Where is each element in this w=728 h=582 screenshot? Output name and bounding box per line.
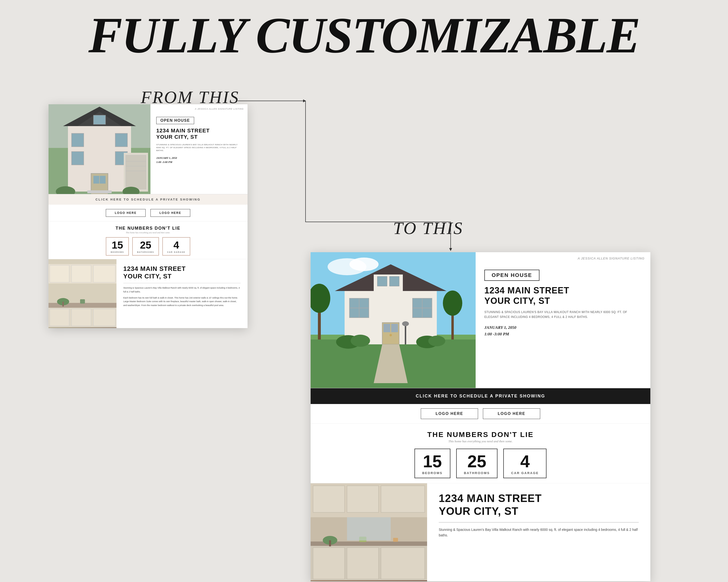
interior-image-right [311, 483, 427, 581]
svg-point-37 [349, 257, 379, 271]
flyer-left-text: A JESSICA ALLEN SIGNATURE LISTING OPEN H… [151, 104, 248, 194]
svg-rect-25 [72, 265, 91, 282]
flyer-right-bottom: 1234 MAIN STREET YOUR CITY, ST Stunning … [311, 483, 650, 581]
svg-point-58 [350, 335, 370, 347]
flyer-top-row: A JESSICA ALLEN SIGNATURE LISTING OPEN H… [49, 104, 248, 194]
stat-right-bedrooms: 15 BEDROMS [414, 449, 450, 478]
svg-rect-11 [94, 176, 99, 184]
svg-rect-30 [72, 309, 91, 326]
svg-rect-53 [383, 324, 390, 332]
svg-point-55 [389, 334, 392, 336]
svg-rect-81 [393, 538, 398, 542]
svg-point-64 [443, 290, 462, 316]
kitchen-image [49, 259, 116, 328]
svg-rect-29 [50, 309, 69, 326]
stat-garage-label: CAR GARAGE [167, 251, 185, 253]
property-description-right: STUNNING & SPACIOUS LAUREN'S BAY VILLA W… [484, 310, 642, 319]
svg-rect-33 [62, 302, 64, 306]
stat-garage-number: 4 [167, 240, 185, 250]
stat-right-garage-number: 4 [511, 453, 539, 470]
svg-rect-13 [87, 190, 112, 193]
numbers-sub-right: This home has everything you need and th… [320, 439, 641, 443]
numbers-sub: This home has everything you need and th… [53, 231, 243, 234]
stats-row-right: 15 BEDROMS 25 BATHROOMS 4 CAR GARAGE [320, 449, 641, 478]
svg-rect-76 [347, 548, 379, 579]
svg-rect-72 [381, 486, 425, 512]
stat-bathrooms: 25 BATHROOMS [132, 237, 159, 256]
logo-row: LOGO HERE LOGO HERE [49, 205, 248, 221]
svg-rect-65 [405, 325, 406, 344]
svg-rect-70 [313, 486, 345, 512]
logo-box-right-2[interactable]: LOGO HERE [483, 408, 540, 419]
svg-point-60 [428, 336, 445, 346]
property-description: STUNNING & SPACIOUS LAUREN'S BAY VILLA W… [156, 143, 242, 152]
logo-box-1[interactable]: LOGO HERE [106, 209, 146, 217]
stat-bedrooms-number: 15 [111, 240, 124, 250]
stat-right-bathrooms-number: 25 [464, 453, 490, 470]
stat-right-bathrooms: 25 BATHROOMS [456, 449, 498, 478]
svg-rect-77 [381, 548, 425, 579]
property-date: JANUARY 1, 2050 1:00 -3:00 PM [156, 156, 242, 164]
stat-bathrooms-label: BATHROOMS [137, 251, 154, 253]
svg-rect-5 [72, 133, 84, 147]
bottom-address: 1234 MAIN STREET YOUR CITY, ST [123, 265, 241, 283]
stats-row: 15 BEDROMS 25 BATHROOMS 4 CAR GARAGE [53, 237, 243, 256]
svg-rect-15 [126, 155, 146, 189]
stat-right-garage: 4 CAR GARAGE [503, 449, 546, 478]
property-address-right: 1234 MAIN STREET YOUR CITY, ST [484, 285, 642, 306]
schedule-bar[interactable]: CLICK HERE TO SCHEDULE A PRIVATE SHOWING [49, 194, 248, 205]
svg-rect-24 [50, 265, 69, 282]
flyer-right-top: A JESSICA ALLEN SIGNATURE LISTING OPEN H… [311, 252, 650, 388]
flyer-bottom-text: 1234 MAIN STREET YOUR CITY, ST Stunning … [116, 259, 248, 328]
stat-bedrooms: 15 BEDROMS [106, 237, 129, 256]
interior-svg [311, 483, 427, 580]
arrow-from [238, 101, 306, 101]
numbers-heading: THE NUMBERS DON'T LIE [53, 226, 243, 231]
svg-rect-82 [347, 517, 391, 541]
flyer-right-house-image [311, 252, 476, 388]
bottom-desc-right: Stunning & Spacious Lauren's Bay Villa W… [439, 527, 639, 538]
svg-rect-45 [389, 276, 399, 286]
svg-rect-79 [329, 540, 331, 546]
numbers-section-right: THE NUMBERS DON'T LIE This home has ever… [311, 424, 650, 483]
numbers-section: THE NUMBERS DON'T LIE This home has ever… [49, 221, 248, 259]
stat-right-bathrooms-label: BATHROOMS [464, 471, 490, 475]
schedule-bar-right[interactable]: CLICK HERE TO SCHEDULE A PRIVATE SHOWING [311, 388, 650, 404]
signature-text-right: A JESSICA ALLEN SIGNATURE LISTING [578, 256, 645, 260]
svg-rect-31 [94, 309, 115, 326]
stat-garage: 4 CAR GARAGE [162, 237, 190, 256]
to-this-label: TO THIS [393, 218, 463, 239]
bottom-desc-2: Each bedroom has its own full bath & wal… [123, 296, 241, 307]
svg-rect-9 [94, 115, 106, 124]
stat-bathrooms-number: 25 [137, 240, 154, 250]
house-svg [49, 104, 151, 194]
svg-point-66 [402, 321, 409, 326]
logo-row-right: LOGO HERE LOGO HERE [311, 404, 650, 424]
property-address: 1234 MAIN STREET YOUR CITY, ST [156, 128, 242, 140]
bottom-desc-1: Stunning & Spacious Lauren's Bay Villa W… [123, 286, 241, 294]
property-date-right: JANUARY 1, 2050 1:00 -3:00 PM [484, 324, 642, 337]
svg-rect-6 [72, 151, 84, 165]
svg-rect-75 [313, 548, 345, 579]
numbers-heading-right: THE NUMBERS DON'T LIE [320, 431, 641, 439]
page-title: FULLY CUSTOMIZABLE [0, 0, 728, 61]
svg-rect-12 [100, 176, 106, 184]
arrow-vertical [305, 101, 306, 222]
stat-right-bedrooms-number: 15 [422, 453, 443, 470]
signature-text: A JESSICA ALLEN SIGNATURE LISTING [195, 108, 244, 110]
flyer-left-house-image [49, 104, 151, 194]
stat-right-bedrooms-label: BEDROMS [422, 471, 443, 475]
flyer-right-text: A JESSICA ALLEN SIGNATURE LISTING OPEN H… [476, 252, 650, 388]
flyer-right-bottom-text: 1234 MAIN STREET YOUR CITY, ST Stunning … [427, 483, 650, 581]
svg-rect-26 [94, 265, 115, 282]
logo-box-2[interactable]: LOGO HERE [151, 209, 190, 217]
svg-rect-34 [80, 299, 85, 304]
svg-rect-44 [378, 276, 387, 286]
stat-right-garage-label: CAR GARAGE [511, 471, 539, 475]
svg-rect-71 [347, 486, 379, 512]
logo-box-right-1[interactable]: LOGO HERE [421, 408, 478, 419]
open-house-badge-right: OPEN HOUSE [484, 270, 540, 281]
flyer-left-bottom: 1234 MAIN STREET YOUR CITY, ST Stunning … [49, 259, 248, 328]
flyer-right: A JESSICA ALLEN SIGNATURE LISTING OPEN H… [311, 252, 650, 581]
bottom-address-right: 1234 MAIN STREET YOUR CITY, ST [439, 492, 639, 523]
